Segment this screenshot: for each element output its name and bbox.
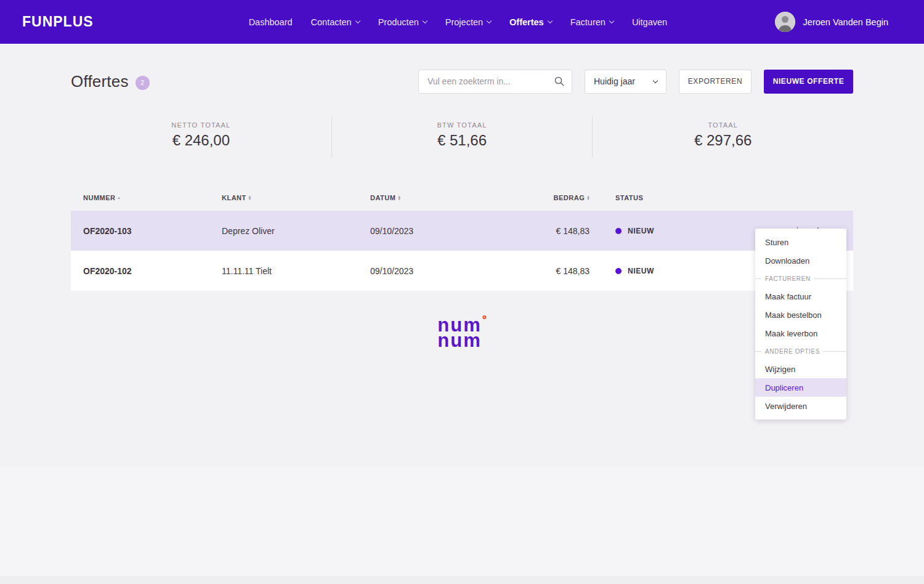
column-header-datum[interactable]: DATUM▴▾ <box>370 194 481 201</box>
avatar <box>775 12 795 32</box>
sort-icon: ▴▾ <box>398 195 400 200</box>
stat-label: TOTAAL <box>593 121 853 129</box>
column-header-nummer[interactable]: NUMMER▴ <box>71 194 222 201</box>
row-context-menu: SturenDownloadenFACTURERENMaak factuurMa… <box>755 229 846 420</box>
page-title: Offertes <box>71 72 129 91</box>
search-input[interactable] <box>418 70 572 94</box>
cell-bedrag: € 148,83 <box>481 266 590 276</box>
menu-item-maak-leverbon[interactable]: Maak leverbon <box>755 324 846 343</box>
chevron-down-icon <box>609 18 614 23</box>
cell-datum: 09/10/2023 <box>370 226 481 236</box>
cell-klant: 11.11.11 Tielt <box>222 266 370 276</box>
menu-item-downloaden[interactable]: Downloaden <box>755 251 846 270</box>
cell-bedrag: € 148,83 <box>481 226 590 236</box>
export-button[interactable]: EXPORTEREN <box>679 70 752 94</box>
stat-1: BTW TOTAAL€ 51,66 <box>331 116 593 158</box>
chevron-down-icon <box>423 18 428 23</box>
search-icon[interactable] <box>554 76 565 89</box>
cell-status: NIEUW <box>590 227 739 235</box>
status-dot <box>615 228 622 234</box>
menu-item-wijzigen[interactable]: Wijzigen <box>755 360 846 378</box>
column-header-bedrag[interactable]: BEDRAG▴▾ <box>481 194 590 201</box>
menu-item-maak-bestelbon[interactable]: Maak bestelbon <box>755 306 846 324</box>
nav-item-contacten[interactable]: Contacten <box>311 17 360 27</box>
nav-item-offertes[interactable]: Offertes <box>509 17 552 27</box>
numnum-logo: num num <box>437 317 486 349</box>
chevron-down-icon <box>547 18 552 23</box>
count-badge: 2 <box>136 76 150 90</box>
stat-label: BTW TOTAAL <box>332 121 593 129</box>
chevron-down-icon <box>355 18 360 23</box>
menu-item-maak-factuur[interactable]: Maak factuur <box>755 287 846 306</box>
cell-klant: Deprez Oliver <box>222 226 370 236</box>
menu-item-verwijderen[interactable]: Verwijderen <box>755 397 846 415</box>
sort-asc-icon: ▴ <box>118 197 121 199</box>
title-row: Offertes 2 Huidig jaar EXPORTEREN NIEUWE… <box>71 69 853 94</box>
nav-item-facturen[interactable]: Facturen <box>570 17 614 27</box>
sort-icon: ▴▾ <box>249 195 251 200</box>
stat-label: NETTO TOTAAL <box>71 121 331 129</box>
status-label: NIEUW <box>628 227 654 235</box>
nav-item-dashboard[interactable]: Dashboard <box>249 17 293 27</box>
chevron-down-icon <box>653 78 658 83</box>
top-navigation-bar: FUNPLUS DashboardContactenProductenProje… <box>0 0 924 44</box>
stat-2: TOTAAL€ 297,66 <box>592 116 853 158</box>
user-name: Jeroen Vanden Begin <box>803 17 888 27</box>
table-row[interactable]: OF2020-10211.11.11 Tielt09/10/2023€ 148,… <box>71 251 853 291</box>
menu-item-dupliceren[interactable]: Dupliceren <box>755 378 846 397</box>
stat-0: NETTO TOTAAL€ 246,00 <box>71 116 331 158</box>
column-header-status: STATUS <box>590 194 739 201</box>
status-dot <box>615 268 622 274</box>
nav-item-projecten[interactable]: Projecten <box>445 17 491 27</box>
main-nav: DashboardContactenProductenProjectenOffe… <box>249 17 668 27</box>
table-row[interactable]: OF2020-103Deprez Oliver09/10/2023€ 148,8… <box>71 211 853 251</box>
cell-nummer: OF2020-103 <box>71 226 222 236</box>
offertes-table: NUMMER▴KLANT▴▾DATUM▴▾BEDRAG▴▾STATUS OF20… <box>71 185 853 291</box>
footer-band <box>0 467 924 584</box>
logo-degree-dot <box>483 315 487 319</box>
search-box <box>418 70 572 94</box>
period-filter-value: Huidig jaar <box>594 76 635 86</box>
nav-item-producten[interactable]: Producten <box>378 17 427 27</box>
cell-status: NIEUW <box>590 267 739 275</box>
nav-item-uitgaven[interactable]: Uitgaven <box>632 17 667 27</box>
cell-datum: 09/10/2023 <box>370 266 481 276</box>
stat-value: € 51,66 <box>332 132 593 149</box>
menu-section-label: FACTUREREN <box>755 270 846 287</box>
menu-section-label: ANDERE OPTIES <box>755 343 846 360</box>
table-header: NUMMER▴KLANT▴▾DATUM▴▾BEDRAG▴▾STATUS <box>71 185 853 211</box>
menu-item-sturen[interactable]: Sturen <box>755 233 846 251</box>
stat-value: € 246,00 <box>71 132 331 149</box>
toolbar: Huidig jaar EXPORTEREN NIEUWE OFFERTE <box>418 70 853 94</box>
status-label: NIEUW <box>628 267 654 275</box>
stat-value: € 297,66 <box>593 132 853 149</box>
offertes-page: Offertes 2 Huidig jaar EXPORTEREN NIEUWE… <box>71 69 853 291</box>
totals-summary: NETTO TOTAAL€ 246,00BTW TOTAAL€ 51,66TOT… <box>71 116 853 158</box>
user-menu[interactable]: Jeroen Vanden Begin <box>775 12 888 32</box>
brand-logo[interactable]: FUNPLUS <box>22 14 94 30</box>
cell-nummer: OF2020-102 <box>71 266 222 276</box>
table-body: OF2020-103Deprez Oliver09/10/2023€ 148,8… <box>71 211 853 291</box>
period-filter-select[interactable]: Huidig jaar <box>585 70 667 94</box>
column-header-klant[interactable]: KLANT▴▾ <box>222 194 370 201</box>
chevron-down-icon <box>487 18 492 23</box>
new-offerte-button[interactable]: NIEUWE OFFERTE <box>764 70 853 94</box>
